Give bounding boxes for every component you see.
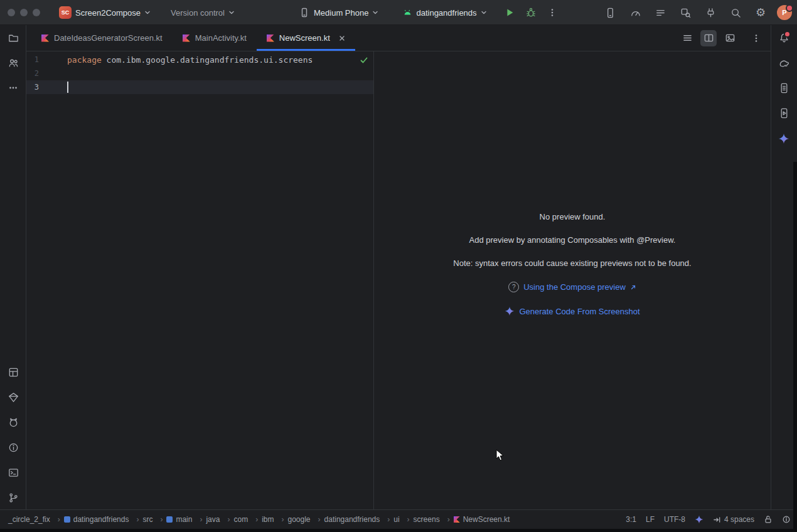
design-view-icon bbox=[725, 33, 735, 43]
help-icon: ? bbox=[508, 282, 519, 292]
tab-label: NewScreen.kt bbox=[279, 33, 330, 43]
line-separator-widget[interactable]: LF bbox=[646, 515, 655, 524]
folder-icon bbox=[8, 32, 19, 44]
design-view-button[interactable] bbox=[722, 30, 738, 46]
encoding-widget[interactable]: UTF-8 bbox=[664, 515, 685, 524]
external-link-icon bbox=[630, 284, 636, 290]
avatar-notification-dot bbox=[786, 4, 793, 12]
status-bar: _circle_2_fix datingandfriends src main … bbox=[0, 509, 797, 529]
breadcrumb-item[interactable]: datingandfriends bbox=[323, 515, 392, 524]
zoom-window-button[interactable] bbox=[33, 9, 40, 16]
notifications-button[interactable] bbox=[775, 29, 793, 46]
profiler-button[interactable] bbox=[626, 4, 644, 21]
compose-preview-doc-link[interactable]: Using the Compose preview bbox=[523, 282, 626, 292]
status-widgets: 3:1 LF UTF-8 4 spaces bbox=[626, 515, 791, 524]
minimize-window-button[interactable] bbox=[20, 9, 28, 16]
editor-tab-bar: DateIdeasGeneratorScreen.kt MainActivity… bbox=[26, 25, 771, 51]
layout-inspector-tool-button[interactable] bbox=[4, 363, 22, 381]
project-name: Screen2Compose bbox=[75, 8, 141, 18]
device-explorer-tool-button[interactable] bbox=[775, 79, 793, 97]
breadcrumb-item[interactable]: google bbox=[286, 515, 322, 524]
device-selector[interactable]: Medium Phone bbox=[295, 3, 382, 22]
status-info-widget[interactable] bbox=[782, 515, 791, 524]
chevron-down-icon bbox=[144, 9, 151, 16]
breadcrumb-item[interactable]: datingandfriends bbox=[62, 515, 141, 524]
chevron-down-icon bbox=[481, 9, 487, 16]
gradle-tool-button[interactable] bbox=[775, 54, 793, 72]
inspections-ok-icon[interactable] bbox=[360, 56, 368, 65]
caret-position-widget[interactable]: 3:1 bbox=[626, 515, 636, 524]
preview-empty-state: No preview found. Add preview by annotat… bbox=[374, 212, 771, 316]
play-icon bbox=[504, 7, 515, 18]
more-tool-windows-button[interactable] bbox=[4, 79, 22, 97]
project-widget[interactable]: SC Screen2Compose bbox=[55, 3, 154, 22]
run-config-selector[interactable]: datingandfriends bbox=[398, 3, 490, 22]
gauge-icon bbox=[629, 7, 641, 19]
app-quality-insights-tool-button[interactable] bbox=[4, 388, 22, 406]
chevron-down-icon bbox=[228, 9, 235, 16]
run-toolbar: Medium Phone datingandfriends bbox=[295, 3, 561, 22]
breadcrumb: _circle_2_fix datingandfriends src main … bbox=[6, 515, 618, 524]
readonly-toggle-widget[interactable] bbox=[764, 515, 773, 524]
code-editor[interactable]: 1 package com.ibm.google.datingandfriend… bbox=[26, 51, 373, 509]
pull-requests-tool-button[interactable] bbox=[4, 54, 22, 72]
logcat-tool-button[interactable] bbox=[4, 413, 22, 431]
kebab-menu-icon bbox=[548, 8, 557, 17]
editor-lines: 1 package com.ibm.google.datingandfriend… bbox=[26, 51, 373, 94]
mouse-cursor bbox=[496, 449, 505, 462]
gemini-tool-button[interactable] bbox=[775, 130, 793, 147]
preview-view-controls bbox=[679, 25, 771, 51]
problems-tool-button[interactable] bbox=[4, 439, 22, 456]
breadcrumb-item[interactable]: NewScreen.kt bbox=[452, 515, 512, 524]
git-branch-icon bbox=[8, 492, 19, 504]
close-tab-icon[interactable] bbox=[339, 35, 345, 41]
breadcrumb-item[interactable]: _circle_2_fix bbox=[6, 515, 62, 524]
preview-doc-link-row: ? Using the Compose preview bbox=[508, 282, 636, 292]
avatar[interactable]: P bbox=[777, 5, 792, 20]
tab-label: MainActivity.kt bbox=[195, 33, 247, 43]
more-run-actions-button[interactable] bbox=[543, 4, 561, 21]
breadcrumb-item[interactable]: java bbox=[204, 515, 232, 524]
device-manager-tool-button[interactable] bbox=[775, 104, 793, 122]
breadcrumb-item[interactable]: src bbox=[141, 515, 164, 524]
code-view-button[interactable] bbox=[679, 30, 695, 46]
chevron-down-icon bbox=[372, 9, 378, 16]
project-tool-button[interactable] bbox=[4, 29, 22, 46]
search-everywhere-button[interactable] bbox=[727, 4, 744, 21]
close-window-button[interactable] bbox=[8, 9, 15, 16]
breadcrumb-item[interactable]: main bbox=[164, 515, 204, 524]
terminal-tool-button[interactable] bbox=[4, 464, 22, 481]
version-control-tool-button[interactable] bbox=[4, 489, 22, 506]
tab-mainactivity[interactable]: MainActivity.kt bbox=[173, 25, 257, 51]
breadcrumb-item[interactable]: com bbox=[232, 515, 260, 524]
cat-icon bbox=[8, 417, 19, 428]
line-number[interactable]: 2 bbox=[26, 69, 39, 78]
version-control-widget[interactable]: Version control bbox=[167, 3, 238, 22]
gemini-status-widget[interactable] bbox=[695, 515, 703, 524]
split-view-button[interactable] bbox=[700, 30, 717, 46]
search-icon bbox=[730, 7, 742, 19]
debug-button[interactable] bbox=[522, 4, 540, 21]
generate-code-row: Generate Code From Screenshot bbox=[505, 306, 639, 316]
android-studio-window: SC Screen2Compose Version control Medium… bbox=[0, 0, 797, 532]
line-number[interactable]: 1 bbox=[26, 55, 39, 64]
run-button[interactable] bbox=[501, 4, 518, 21]
breadcrumb-item[interactable]: ibm bbox=[260, 515, 286, 524]
settings-button[interactable]: ⚙ bbox=[752, 4, 769, 21]
app-inspection-button[interactable] bbox=[677, 4, 694, 21]
tab-dateideasgeneratorscreen[interactable]: DateIdeasGeneratorScreen.kt bbox=[31, 25, 173, 51]
sdk-manager-button[interactable] bbox=[702, 4, 719, 21]
indent-widget[interactable]: 4 spaces bbox=[713, 515, 754, 524]
running-devices-button[interactable] bbox=[601, 4, 619, 21]
layout-grid-icon bbox=[8, 366, 19, 378]
line-number[interactable]: 3 bbox=[26, 83, 39, 92]
generate-code-from-screenshot-link[interactable]: Generate Code From Screenshot bbox=[519, 307, 639, 316]
people-icon bbox=[8, 57, 19, 69]
breadcrumb-item[interactable]: ui bbox=[392, 515, 411, 524]
tab-newscreen[interactable]: NewScreen.kt bbox=[257, 25, 355, 51]
editor-options-button[interactable] bbox=[748, 30, 764, 46]
logcat-button[interactable] bbox=[651, 4, 669, 21]
info-circle-icon bbox=[8, 442, 19, 454]
version-control-label: Version control bbox=[171, 8, 225, 18]
breadcrumb-item[interactable]: screens bbox=[412, 515, 452, 524]
